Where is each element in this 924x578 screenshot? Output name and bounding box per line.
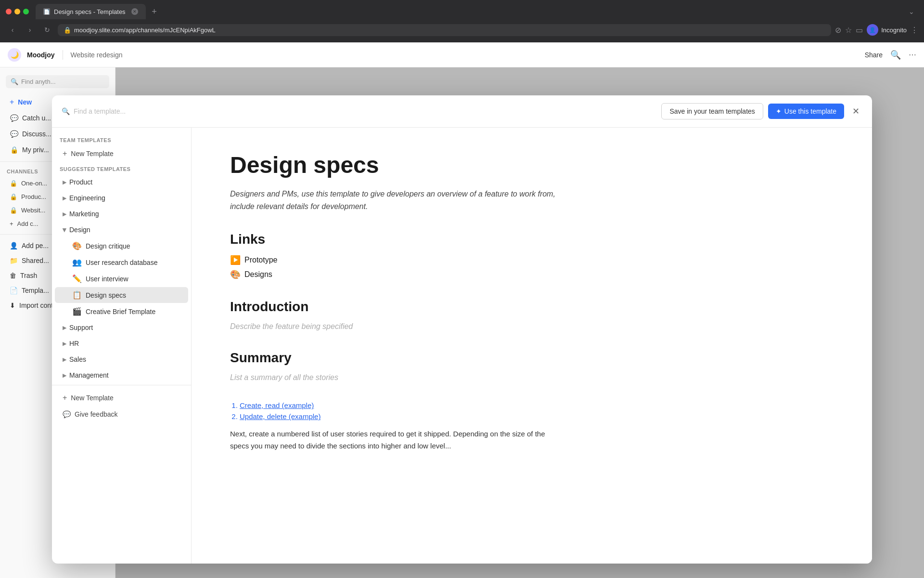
shared-label: Shared... — [22, 257, 49, 264]
side-panel-icon[interactable]: ▭ — [856, 26, 863, 35]
subcategory-design-specs[interactable]: 📋 Design specs — [55, 287, 188, 303]
incognito-label: Incognito — [881, 26, 907, 34]
link-prototype[interactable]: ▶️ Prototype — [230, 255, 834, 265]
discuss-label: Discuss... — [22, 130, 51, 138]
incognito-avatar: 👤 — [867, 24, 878, 36]
channel-label-3: Websit... — [21, 207, 45, 214]
creative-brief-icon: 🎬 — [72, 307, 82, 316]
subcategory-user-interview[interactable]: ✏️ User interview — [55, 271, 188, 287]
cast-icon[interactable]: ⊘ — [835, 26, 841, 35]
save-team-button[interactable]: Save in your team templates — [661, 103, 763, 119]
modal-search-placeholder: Find a template... — [74, 107, 126, 115]
category-hr-label: HR — [69, 340, 79, 347]
category-marketing-label: Marketing — [69, 210, 99, 218]
catchup-icon: 💬 — [10, 114, 18, 122]
refresh-button[interactable]: ↻ — [40, 23, 54, 37]
user-interview-label: User interview — [86, 275, 128, 283]
category-design[interactable]: ▶ Design — [55, 222, 188, 237]
channel-label-4: Add c... — [17, 220, 38, 227]
introduction-section-title: Introduction — [230, 299, 834, 315]
team-templates-label: TEAM TEMPLATES — [52, 133, 191, 145]
minimize-traffic-light[interactable] — [14, 9, 20, 14]
lock-icon-2: 🔒 — [10, 193, 17, 200]
menu-icon[interactable]: ⋮ — [911, 26, 918, 35]
search-icon-header[interactable]: 🔍 — [890, 50, 901, 60]
url-text: moodjoy.slite.com/app/channels/mJcENpiAk… — [74, 26, 216, 34]
modal-search[interactable]: 🔍 Find a template... — [62, 107, 655, 115]
back-button[interactable]: ‹ — [6, 23, 19, 37]
tab-favicon: 📄 — [43, 8, 50, 15]
summary-item-2[interactable]: Update, delete (example) — [240, 412, 834, 420]
maximize-traffic-light[interactable] — [23, 9, 29, 14]
address-bar-row: ‹ › ↻ 🔒 moodjoy.slite.com/app/channels/m… — [0, 19, 924, 40]
find-input[interactable]: 🔍 Find anyth... — [6, 75, 109, 88]
import-icon: ⬇ — [10, 302, 15, 309]
new-template-top[interactable]: + New Template — [55, 145, 188, 162]
link-designs[interactable]: 🎨 Designs — [230, 269, 834, 280]
chevron-down-icon-design: ▶ — [62, 228, 68, 232]
new-template-bottom-label: New Template — [71, 394, 113, 402]
design-specs-icon: 📋 — [72, 290, 82, 300]
subcategory-user-research[interactable]: 👥 User research database — [55, 254, 188, 270]
trash-icon: 🗑 — [10, 272, 16, 279]
subcategory-creative-brief[interactable]: 🎬 Creative Brief Template — [55, 303, 188, 319]
lock-icon: 🔒 — [10, 180, 17, 187]
category-marketing[interactable]: ▶ Marketing — [55, 206, 188, 222]
add-people-label: Add pe... — [22, 242, 49, 250]
category-management[interactable]: ▶ Management — [55, 368, 188, 383]
add-people-icon: 👤 — [10, 242, 18, 250]
bookmark-icon[interactable]: ☆ — [845, 26, 852, 35]
new-label: New — [18, 98, 32, 106]
new-template-bottom[interactable]: + New Template — [55, 390, 188, 406]
give-feedback-button[interactable]: 💬 Give feedback — [55, 407, 188, 422]
category-engineering[interactable]: ▶ Engineering — [55, 190, 188, 206]
header-divider — [63, 50, 63, 60]
category-sales[interactable]: ▶ Sales — [55, 352, 188, 367]
breadcrumb: Website redesign — [71, 51, 123, 59]
new-tab-button[interactable]: + — [148, 5, 161, 18]
design-specs-label: Design specs — [86, 291, 126, 299]
chevron-right-icon-hr: ▶ — [63, 341, 66, 347]
discuss-icon: 💬 — [10, 130, 18, 138]
template-content: Design specs Designers and PMs, use this… — [192, 128, 872, 564]
summary-list: Create, read (example) Update, delete (e… — [240, 401, 834, 420]
suggested-templates-label: SUGGESTED TEMPLATES — [52, 162, 191, 174]
modal-close-button[interactable]: ✕ — [849, 105, 862, 118]
chevron-right-icon-sales: ▶ — [63, 356, 66, 363]
shared-icon: 📁 — [10, 257, 18, 264]
prototype-label: Prototype — [244, 256, 277, 264]
feedback-icon: 💬 — [63, 410, 71, 418]
forward-button[interactable]: › — [23, 23, 37, 37]
address-field[interactable]: 🔒 moodjoy.slite.com/app/channels/mJcENpi… — [58, 24, 831, 36]
category-hr[interactable]: ▶ HR — [55, 336, 188, 351]
subcategory-design-critique[interactable]: 🎨 Design critique — [55, 238, 188, 254]
incognito-profile[interactable]: 👤 Incognito — [867, 24, 907, 36]
plus-icon-bottom: + — [63, 394, 67, 402]
summary-item-1[interactable]: Create, read (example) — [240, 401, 834, 409]
give-feedback-label: Give feedback — [75, 410, 118, 418]
category-support[interactable]: ▶ Support — [55, 320, 188, 335]
use-template-label: Use this template — [784, 107, 836, 115]
category-product[interactable]: ▶ Product — [55, 174, 188, 190]
app-header: 🌙 Moodjoy Website redesign Share 🔍 ⋯ — [0, 42, 924, 67]
channel-label-1: One-on... — [21, 180, 47, 187]
templates-label: Templa... — [22, 287, 49, 294]
user-research-label: User research database — [86, 259, 157, 266]
close-traffic-light[interactable] — [6, 9, 12, 14]
new-template-top-label: New Template — [71, 150, 113, 158]
template-modal: 🔍 Find a template... Save in your team t… — [52, 95, 872, 564]
use-template-button[interactable]: ✦ Use this template — [768, 104, 844, 119]
private-icon: 🔒 — [10, 145, 18, 154]
more-options-icon[interactable]: ⋯ — [909, 50, 916, 59]
traffic-lights — [6, 9, 29, 14]
category-design-label: Design — [69, 226, 90, 234]
channel-label-2: Produc... — [21, 193, 46, 200]
designs-icon: 🎨 — [230, 269, 241, 280]
sidebar-search: 🔍 Find anyth... — [0, 73, 115, 94]
active-tab[interactable]: 📄 Design specs - Templates ✕ — [36, 4, 146, 19]
share-button[interactable]: Share — [865, 51, 883, 59]
tab-close-button[interactable]: ✕ — [131, 8, 138, 15]
template-sidebar-footer: + New Template 💬 Give feedback — [52, 385, 191, 426]
search-placeholder: Find anyth... — [21, 78, 56, 85]
app-logo: 🌙 — [8, 48, 21, 62]
